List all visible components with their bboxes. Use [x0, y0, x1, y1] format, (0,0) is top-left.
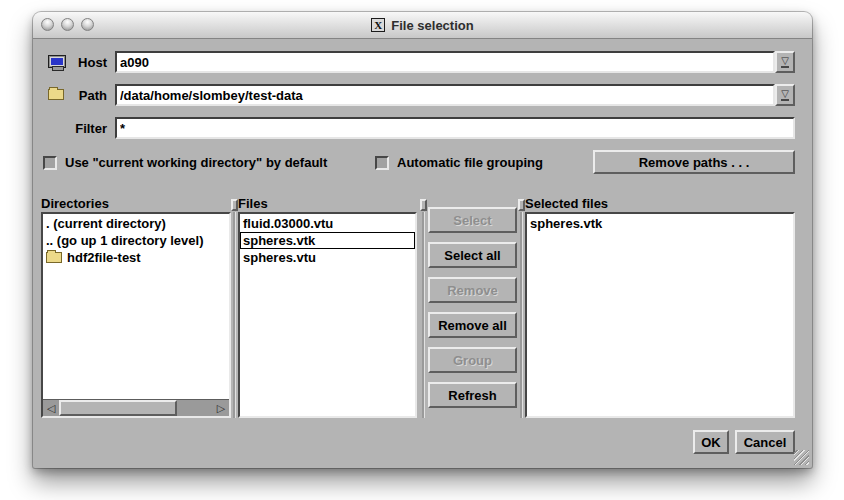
path-field-row: ▽: [115, 84, 795, 106]
traffic-lights: [41, 18, 94, 31]
splitter-handle[interactable]: [518, 199, 525, 211]
filter-label: Filter: [61, 121, 107, 136]
combo-underline: [781, 99, 789, 101]
host-label: Host: [61, 55, 107, 70]
splitter-groove: [233, 212, 236, 418]
remove-button[interactable]: Remove: [428, 277, 517, 303]
list-item[interactable]: spheres.vtk: [527, 215, 793, 232]
host-combo-button[interactable]: ▽: [775, 51, 795, 73]
list-item[interactable]: .. (go up 1 directory level): [43, 232, 229, 249]
resize-grip[interactable]: [794, 450, 809, 465]
grouping-checkbox[interactable]: [375, 156, 389, 170]
scroll-left-icon[interactable]: ◁: [43, 400, 59, 416]
selected-files-label: Selected files: [525, 196, 608, 211]
filter-field-row: [115, 117, 795, 139]
titlebar[interactable]: X File selection: [33, 12, 812, 39]
files-listbox[interactable]: fluid.03000.vtu spheres.vtk spheres.vtu: [238, 212, 417, 418]
scroll-right-icon[interactable]: ▷: [213, 400, 229, 416]
remove-all-button[interactable]: Remove all: [428, 312, 517, 338]
minimize-button[interactable]: [61, 18, 74, 31]
scrollbar-track[interactable]: [177, 400, 213, 416]
splitter-groove: [520, 212, 523, 418]
path-combo-button[interactable]: ▽: [775, 84, 795, 106]
selected-files-listbox[interactable]: spheres.vtk: [525, 212, 795, 418]
folder-icon: [46, 252, 62, 263]
directories-horizontal-scrollbar[interactable]: ◁ ▷: [43, 399, 229, 416]
host-input[interactable]: [115, 51, 775, 73]
refresh-button[interactable]: Refresh: [428, 382, 517, 408]
list-item[interactable]: spheres.vtu: [240, 249, 415, 266]
list-item-focused[interactable]: spheres.vtk: [240, 232, 415, 249]
scrollbar-thumb[interactable]: [59, 400, 177, 416]
remove-paths-button[interactable]: Remove paths . . .: [593, 150, 795, 174]
zoom-button[interactable]: [81, 18, 94, 31]
list-item[interactable]: . (current directory): [43, 215, 229, 232]
chevron-down-icon: ▽: [781, 89, 789, 98]
window-title: File selection: [391, 18, 473, 33]
directory-name: hdf2file-test: [67, 250, 141, 265]
directories-viewport: . (current directory) .. (go up 1 direct…: [43, 214, 229, 400]
select-button[interactable]: Select: [428, 207, 517, 233]
directories-label: Directories: [41, 196, 109, 211]
grouping-checkbox-label: Automatic file grouping: [397, 155, 543, 170]
title-wrap: X File selection: [371, 18, 473, 33]
splitter-groove: [422, 212, 425, 418]
list-item[interactable]: hdf2file-test: [43, 249, 229, 266]
cancel-button[interactable]: Cancel: [735, 430, 795, 454]
cwd-checkbox[interactable]: [43, 156, 57, 170]
path-label: Path: [61, 88, 107, 103]
close-button[interactable]: [41, 18, 54, 31]
x11-icon: X: [371, 18, 385, 32]
select-all-button[interactable]: Select all: [428, 242, 517, 268]
directories-listbox[interactable]: . (current directory) .. (go up 1 direct…: [41, 212, 231, 418]
cwd-checkbox-label: Use "current working directory" by defau…: [65, 155, 327, 170]
group-button[interactable]: Group: [428, 347, 517, 373]
list-item[interactable]: fluid.03000.vtu: [240, 215, 415, 232]
path-input[interactable]: [115, 84, 775, 106]
splitter-handle[interactable]: [420, 199, 427, 211]
ok-button[interactable]: OK: [693, 430, 729, 454]
file-selection-window: X File selection Host ▽ Path ▽ Filter Us…: [33, 12, 812, 468]
host-field-row: ▽: [115, 51, 795, 73]
combo-underline: [781, 66, 789, 68]
splitter-handle[interactable]: [231, 199, 238, 211]
selected-files-viewport: spheres.vtk: [527, 214, 793, 416]
filter-input[interactable]: [115, 117, 795, 139]
chevron-down-icon: ▽: [781, 56, 789, 65]
files-label: Files: [238, 196, 268, 211]
files-viewport: fluid.03000.vtu spheres.vtk spheres.vtu: [240, 214, 415, 416]
